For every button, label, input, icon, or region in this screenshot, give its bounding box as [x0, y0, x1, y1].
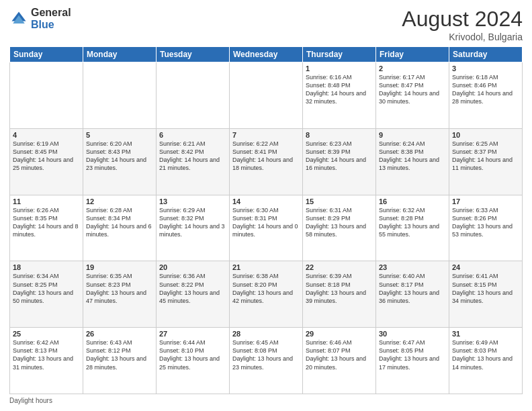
- header-cell-tuesday: Tuesday: [157, 47, 230, 62]
- calendar-body: 1Sunrise: 6:16 AM Sunset: 8:48 PM Daylig…: [10, 62, 523, 394]
- day-cell: 24Sunrise: 6:41 AM Sunset: 8:15 PM Dayli…: [449, 261, 523, 328]
- day-number: 14: [232, 197, 300, 205]
- day-number: 15: [306, 197, 373, 205]
- day-info: Sunrise: 6:32 AM Sunset: 8:28 PM Dayligh…: [379, 206, 446, 239]
- week-row-2: 4Sunrise: 6:19 AM Sunset: 8:45 PM Daylig…: [10, 128, 523, 195]
- header-cell-sunday: Sunday: [10, 47, 83, 62]
- day-cell: 25Sunrise: 6:42 AM Sunset: 8:13 PM Dayli…: [10, 328, 83, 394]
- logo-general: General: [31, 7, 71, 19]
- day-number: 16: [379, 197, 446, 205]
- logo-blue: Blue: [31, 19, 71, 31]
- day-cell: 1Sunrise: 6:16 AM Sunset: 8:48 PM Daylig…: [303, 62, 376, 129]
- day-cell: 3Sunrise: 6:18 AM Sunset: 8:46 PM Daylig…: [449, 62, 523, 129]
- day-number: 6: [159, 131, 226, 139]
- header-cell-friday: Friday: [376, 47, 449, 62]
- footer-note: Daylight hours: [9, 397, 523, 404]
- header-cell-saturday: Saturday: [449, 47, 523, 62]
- day-cell: 20Sunrise: 6:36 AM Sunset: 8:22 PM Dayli…: [157, 261, 230, 328]
- week-row-1: 1Sunrise: 6:16 AM Sunset: 8:48 PM Daylig…: [10, 62, 523, 129]
- day-cell: 15Sunrise: 6:31 AM Sunset: 8:29 PM Dayli…: [303, 195, 376, 261]
- day-number: 30: [379, 330, 446, 338]
- day-info: Sunrise: 6:43 AM Sunset: 8:12 PM Dayligh…: [86, 338, 153, 371]
- day-cell: 21Sunrise: 6:38 AM Sunset: 8:20 PM Dayli…: [230, 261, 303, 328]
- day-info: Sunrise: 6:28 AM Sunset: 8:34 PM Dayligh…: [86, 206, 153, 239]
- logo: General Blue: [9, 7, 71, 30]
- header-row: SundayMondayTuesdayWednesdayThursdayFrid…: [10, 47, 523, 62]
- day-cell: 11Sunrise: 6:26 AM Sunset: 8:35 PM Dayli…: [10, 195, 83, 261]
- day-cell: 17Sunrise: 6:33 AM Sunset: 8:26 PM Dayli…: [449, 195, 523, 261]
- day-number: 5: [86, 131, 153, 139]
- day-cell: 30Sunrise: 6:47 AM Sunset: 8:05 PM Dayli…: [376, 328, 449, 394]
- day-cell: 10Sunrise: 6:25 AM Sunset: 8:37 PM Dayli…: [449, 128, 523, 195]
- header-cell-wednesday: Wednesday: [230, 47, 303, 62]
- day-cell: 5Sunrise: 6:20 AM Sunset: 8:43 PM Daylig…: [83, 128, 157, 195]
- day-cell: [157, 62, 230, 129]
- day-number: 17: [452, 197, 519, 205]
- day-cell: 13Sunrise: 6:29 AM Sunset: 8:32 PM Dayli…: [157, 195, 230, 261]
- day-number: 7: [232, 131, 300, 139]
- title-block: August 2024 Krivodol, Bulgaria: [402, 7, 523, 42]
- logo-text: General Blue: [31, 7, 71, 30]
- day-info: Sunrise: 6:25 AM Sunset: 8:37 PM Dayligh…: [452, 140, 519, 173]
- day-number: 11: [13, 197, 80, 205]
- day-info: Sunrise: 6:45 AM Sunset: 8:08 PM Dayligh…: [232, 338, 300, 371]
- day-info: Sunrise: 6:35 AM Sunset: 8:23 PM Dayligh…: [86, 272, 153, 305]
- day-number: 1: [306, 64, 373, 73]
- day-info: Sunrise: 6:16 AM Sunset: 8:48 PM Dayligh…: [306, 73, 373, 106]
- day-info: Sunrise: 6:17 AM Sunset: 8:47 PM Dayligh…: [379, 73, 446, 106]
- day-number: 25: [13, 330, 80, 338]
- day-cell: 6Sunrise: 6:21 AM Sunset: 8:42 PM Daylig…: [157, 128, 230, 195]
- day-number: 27: [159, 330, 226, 338]
- week-row-3: 11Sunrise: 6:26 AM Sunset: 8:35 PM Dayli…: [10, 195, 523, 261]
- week-row-5: 25Sunrise: 6:42 AM Sunset: 8:13 PM Dayli…: [10, 328, 523, 394]
- day-cell: 31Sunrise: 6:49 AM Sunset: 8:03 PM Dayli…: [449, 328, 523, 394]
- day-number: 31: [452, 330, 519, 338]
- day-cell: 26Sunrise: 6:43 AM Sunset: 8:12 PM Dayli…: [83, 328, 157, 394]
- page: General Blue August 2024 Krivodol, Bulga…: [0, 0, 532, 411]
- day-info: Sunrise: 6:40 AM Sunset: 8:17 PM Dayligh…: [379, 272, 446, 305]
- calendar-header: SundayMondayTuesdayWednesdayThursdayFrid…: [10, 47, 523, 62]
- day-info: Sunrise: 6:47 AM Sunset: 8:05 PM Dayligh…: [379, 338, 446, 371]
- day-cell: 4Sunrise: 6:19 AM Sunset: 8:45 PM Daylig…: [10, 128, 83, 195]
- day-info: Sunrise: 6:26 AM Sunset: 8:35 PM Dayligh…: [13, 206, 80, 239]
- day-number: 12: [86, 197, 153, 205]
- day-info: Sunrise: 6:34 AM Sunset: 8:25 PM Dayligh…: [13, 272, 80, 305]
- location-subtitle: Krivodol, Bulgaria: [402, 32, 523, 42]
- day-info: Sunrise: 6:23 AM Sunset: 8:39 PM Dayligh…: [306, 140, 373, 173]
- day-number: 21: [232, 263, 300, 271]
- day-cell: 9Sunrise: 6:24 AM Sunset: 8:38 PM Daylig…: [376, 128, 449, 195]
- day-number: 20: [159, 263, 226, 271]
- week-row-4: 18Sunrise: 6:34 AM Sunset: 8:25 PM Dayli…: [10, 261, 523, 328]
- day-number: 8: [306, 131, 373, 139]
- day-number: 29: [306, 330, 373, 338]
- day-cell: 7Sunrise: 6:22 AM Sunset: 8:41 PM Daylig…: [230, 128, 303, 195]
- day-info: Sunrise: 6:44 AM Sunset: 8:10 PM Dayligh…: [159, 338, 226, 371]
- day-info: Sunrise: 6:41 AM Sunset: 8:15 PM Dayligh…: [452, 272, 519, 305]
- day-number: 26: [86, 330, 153, 338]
- day-info: Sunrise: 6:36 AM Sunset: 8:22 PM Dayligh…: [159, 272, 226, 305]
- day-cell: 27Sunrise: 6:44 AM Sunset: 8:10 PM Dayli…: [157, 328, 230, 394]
- day-info: Sunrise: 6:38 AM Sunset: 8:20 PM Dayligh…: [232, 272, 300, 305]
- day-info: Sunrise: 6:31 AM Sunset: 8:29 PM Dayligh…: [306, 206, 373, 239]
- day-info: Sunrise: 6:46 AM Sunset: 8:07 PM Dayligh…: [306, 338, 373, 371]
- day-cell: 23Sunrise: 6:40 AM Sunset: 8:17 PM Dayli…: [376, 261, 449, 328]
- day-cell: 18Sunrise: 6:34 AM Sunset: 8:25 PM Dayli…: [10, 261, 83, 328]
- day-info: Sunrise: 6:29 AM Sunset: 8:32 PM Dayligh…: [159, 206, 226, 239]
- day-number: 13: [159, 197, 226, 205]
- day-info: Sunrise: 6:39 AM Sunset: 8:18 PM Dayligh…: [306, 272, 373, 305]
- day-cell: 16Sunrise: 6:32 AM Sunset: 8:28 PM Dayli…: [376, 195, 449, 261]
- day-cell: 12Sunrise: 6:28 AM Sunset: 8:34 PM Dayli…: [83, 195, 157, 261]
- day-cell: [83, 62, 157, 129]
- calendar: SundayMondayTuesdayWednesdayThursdayFrid…: [9, 46, 523, 394]
- day-cell: [10, 62, 83, 129]
- day-info: Sunrise: 6:24 AM Sunset: 8:38 PM Dayligh…: [379, 140, 446, 173]
- day-number: 24: [452, 263, 519, 271]
- day-number: 4: [13, 131, 80, 139]
- day-cell: 8Sunrise: 6:23 AM Sunset: 8:39 PM Daylig…: [303, 128, 376, 195]
- day-cell: 22Sunrise: 6:39 AM Sunset: 8:18 PM Dayli…: [303, 261, 376, 328]
- day-number: 28: [232, 330, 300, 338]
- day-info: Sunrise: 6:20 AM Sunset: 8:43 PM Dayligh…: [86, 140, 153, 173]
- day-number: 19: [86, 263, 153, 271]
- day-cell: 29Sunrise: 6:46 AM Sunset: 8:07 PM Dayli…: [303, 328, 376, 394]
- header-cell-monday: Monday: [83, 47, 157, 62]
